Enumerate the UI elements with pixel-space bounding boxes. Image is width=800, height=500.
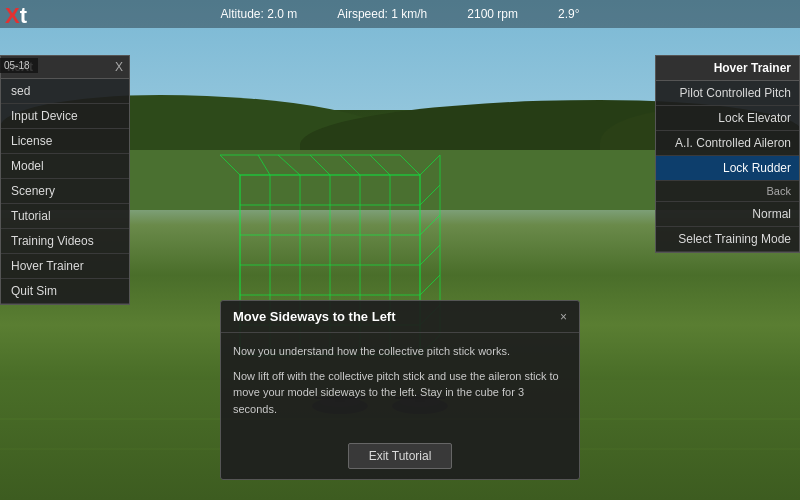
right-menu-item-ai-aileron[interactable]: A.I. Controlled Aileron (656, 131, 799, 156)
right-menu-item-back[interactable]: Back (656, 181, 799, 202)
left-menu-close-button[interactable]: X (115, 61, 123, 73)
svg-line-23 (278, 155, 300, 175)
left-menu-item-hover-trainer[interactable]: Hover Trainer (1, 254, 129, 279)
dialog-line1: Now you understand how the collective pi… (233, 343, 567, 360)
right-menu-item-normal[interactable]: Normal (656, 202, 799, 227)
top-status-bar: Altitude: 2.0 m Airspeed: 1 km/h 2100 rp… (0, 0, 800, 28)
svg-line-32 (420, 245, 440, 265)
exit-tutorial-button[interactable]: Exit Tutorial (348, 443, 453, 469)
dialog-header: Move Sideways to the Left × (221, 301, 579, 333)
left-menu-item-license[interactable]: License (1, 129, 129, 154)
left-menu-item-model[interactable]: Model (1, 154, 129, 179)
rpm-display: 2100 rpm (467, 7, 518, 21)
left-menu-item-quit-sim[interactable]: Quit Sim (1, 279, 129, 304)
right-menu: Hover Trainer Pilot Controlled Pitch Loc… (655, 55, 800, 253)
left-menu-item-input-device[interactable]: Input Device (1, 104, 129, 129)
svg-line-24 (310, 155, 330, 175)
dialog-footer: Exit Tutorial (221, 435, 579, 479)
svg-line-22 (258, 155, 270, 175)
left-menu-item-tutorial[interactable]: Tutorial (1, 204, 129, 229)
dialog-line2: Now lift off with the collective pitch s… (233, 368, 567, 418)
svg-line-27 (420, 155, 440, 175)
svg-line-33 (420, 275, 440, 295)
left-menu-item-training-videos[interactable]: Training Videos (1, 229, 129, 254)
left-menu: neXt X sed Input Device License Model Sc… (0, 55, 130, 305)
left-menu-item-scenery[interactable]: Scenery (1, 179, 129, 204)
svg-line-19 (220, 155, 240, 175)
left-menu-item-sed[interactable]: sed (1, 79, 129, 104)
angle-display: 2.9° (558, 7, 579, 21)
app-logo: Xt (5, 5, 27, 27)
svg-line-20 (400, 155, 420, 175)
right-menu-item-lock-elevator[interactable]: Lock Elevator (656, 106, 799, 131)
dialog-title: Move Sideways to the Left (233, 309, 396, 324)
airspeed-display: Airspeed: 1 km/h (337, 7, 427, 21)
svg-line-25 (340, 155, 360, 175)
svg-line-30 (420, 185, 440, 205)
right-menu-title: Hover Trainer (656, 56, 799, 81)
altitude-display: Altitude: 2.0 m (221, 7, 298, 21)
dialog-body: Now you understand how the collective pi… (221, 333, 579, 435)
timestamp-display: 05-18 (0, 58, 38, 73)
right-menu-item-select-training[interactable]: Select Training Mode (656, 227, 799, 252)
tutorial-dialog: Move Sideways to the Left × Now you unde… (220, 300, 580, 480)
svg-line-26 (370, 155, 390, 175)
logo-x: X (5, 3, 20, 28)
logo-t: t (20, 3, 27, 28)
svg-line-31 (420, 215, 440, 235)
right-menu-item-lock-rudder[interactable]: Lock Rudder (656, 156, 799, 181)
dialog-close-button[interactable]: × (560, 310, 567, 324)
right-menu-item-pilot-pitch[interactable]: Pilot Controlled Pitch (656, 81, 799, 106)
